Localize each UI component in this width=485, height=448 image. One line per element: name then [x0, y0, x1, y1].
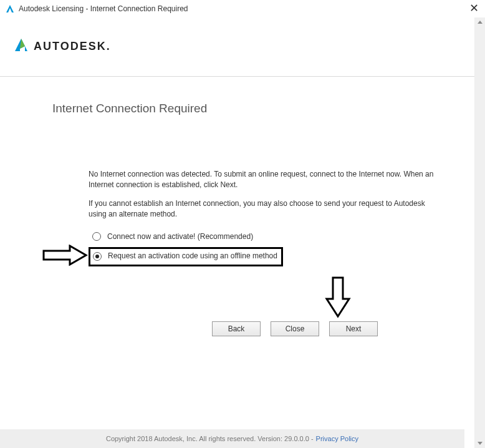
autodesk-logo: AUTODESK.: [14, 37, 474, 55]
paragraph-alternate: If you cannot establish an Internet conn…: [89, 198, 437, 220]
autodesk-wordmark: AUTODESK.: [34, 40, 111, 53]
radio-label-offline: Request an activation code using an offl…: [108, 251, 277, 261]
header-divider: [0, 76, 474, 77]
annotation-arrow-right-icon: [42, 245, 89, 268]
annotation-arrow-down-icon: [324, 276, 352, 321]
window-title: Autodesk Licensing - Internet Connection…: [19, 4, 188, 13]
privacy-policy-link[interactable]: Privacy Policy: [316, 435, 358, 442]
next-button[interactable]: Next: [329, 321, 378, 336]
radio-selected-dot-icon: [95, 255, 99, 258]
paragraph-no-connection: No Internet connection was detected. To …: [89, 169, 437, 191]
button-row: Back Close Next: [212, 321, 474, 336]
header-area: AUTODESK.: [0, 17, 474, 55]
close-button[interactable]: Close: [271, 321, 319, 336]
radio-icon: [92, 232, 101, 241]
page-title: Internet Connection Required: [52, 102, 474, 115]
scroll-up-arrow-icon[interactable]: [475, 17, 485, 27]
radio-option-offline[interactable]: Request an activation code using an offl…: [89, 247, 283, 266]
footer-copyright: Copyright 2018 Autodesk, Inc. All rights…: [106, 435, 314, 442]
window-titlebar: Autodesk Licensing - Internet Connection…: [0, 0, 485, 17]
body-area: No Internet connection was detected. To …: [89, 169, 437, 266]
dialog-content: AUTODESK. Internet Connection Required N…: [0, 17, 475, 448]
back-button[interactable]: Back: [212, 321, 261, 336]
radio-group: Connect now and activate! (Recommended) …: [89, 229, 437, 267]
scroll-down-arrow-icon[interactable]: [475, 438, 485, 448]
vertical-scrollbar[interactable]: [475, 17, 485, 448]
radio-option-connect-now[interactable]: Connect now and activate! (Recommended): [89, 229, 437, 245]
autodesk-app-icon: [5, 4, 15, 14]
close-icon[interactable]: ✕: [469, 2, 479, 14]
radio-icon: [93, 252, 102, 261]
radio-label-connect-now: Connect now and activate! (Recommended): [107, 231, 253, 242]
autodesk-mark-icon: [14, 37, 29, 55]
footer: Copyright 2018 Autodesk, Inc. All rights…: [0, 429, 464, 448]
